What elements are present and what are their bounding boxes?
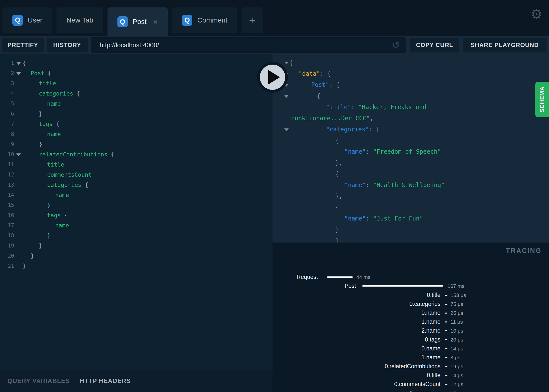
line-number: 18 [0, 231, 14, 241]
tracing-row-time: 167 ms [447, 282, 465, 290]
fold-arrow-icon[interactable] [16, 153, 21, 156]
query-code: title [23, 161, 64, 168]
response-code: { [335, 171, 339, 177]
response-code: ] [335, 237, 339, 243]
line-number: 10 [0, 149, 14, 160]
fold-arrow-icon[interactable] [284, 128, 289, 131]
tab-post[interactable]: Q Post × [108, 7, 168, 36]
schema-side-tab[interactable]: SCHEMA [535, 82, 549, 117]
response-line: "name": "Health & Wellbeing" [273, 180, 549, 191]
response-line: ] [273, 235, 549, 243]
query-code: categories { [23, 90, 80, 97]
token: , [370, 115, 373, 122]
copy-curl-button[interactable]: COPY CURL [410, 38, 459, 52]
fold-arrow-icon[interactable] [284, 62, 289, 64]
tracing-row: 0.name14 μs [273, 345, 549, 352]
tracing-row: Request44 ms [273, 273, 549, 281]
query-line: 3title [0, 78, 273, 89]
response-code: { [317, 93, 320, 99]
tab-query-variables[interactable]: QUERY VARIABLES [7, 377, 70, 385]
token: : [ [369, 126, 380, 133]
token: { [289, 59, 293, 66]
query-code: tags { [23, 212, 68, 219]
tracing-dash-icon [445, 304, 447, 305]
fold-arrow-icon[interactable] [284, 95, 289, 98]
tab-comment[interactable]: Q Comment [172, 7, 237, 33]
tab-http-headers[interactable]: HTTP HEADERS [80, 377, 131, 385]
token: { [108, 151, 114, 158]
token: { [61, 212, 68, 219]
fold-arrow-icon[interactable] [16, 72, 21, 75]
tracing-title: TRACING [506, 247, 542, 255]
tracing-row-label: 0.tags [425, 336, 440, 343]
tracing-row-label: 2.name [421, 327, 440, 334]
token: { [335, 204, 339, 211]
tracing-row-time: 14 μs [450, 372, 463, 379]
token: name [47, 131, 61, 137]
line-number: 8 [0, 129, 14, 139]
tracing-row-label: 0.relatedContributions [385, 363, 440, 370]
tracing-row: 0.title14 μs [273, 371, 549, 379]
token: tags [39, 121, 53, 127]
prettify-button[interactable]: PRETTIFY [2, 38, 44, 52]
endpoint-url-value: http://localhost:4000/ [100, 41, 159, 49]
query-code: name [23, 192, 69, 198]
tracing-row-label: 1.name [421, 318, 440, 325]
share-playground-button[interactable]: SHARE PLAYGROUND [463, 38, 547, 52]
query-code: } [23, 141, 42, 147]
query-line: 17name [0, 220, 273, 231]
response-line: { [273, 57, 549, 68]
token: { [73, 90, 80, 97]
tab-label: Comment [197, 16, 227, 24]
line-number: 19 [0, 241, 14, 251]
response-line: { [273, 91, 549, 102]
history-button[interactable]: HISTORY [47, 38, 88, 52]
toolbar: PRETTIFY HISTORY http://localhost:4000/ … [0, 36, 549, 54]
tracing-dash-icon [445, 313, 447, 314]
query-code: tags { [23, 121, 59, 127]
token: } [39, 243, 42, 249]
endpoint-url-input[interactable]: http://localhost:4000/ ↺ [91, 37, 406, 53]
play-icon [268, 70, 280, 84]
line-number: 3 [0, 78, 14, 89]
token: relatedContributions [39, 151, 108, 158]
graphql-playground-window: Q User New Tab Q Post × Q Comment + ⚙ PR… [0, 0, 549, 392]
add-tab-button[interactable]: + [242, 7, 263, 33]
token: } [31, 253, 34, 259]
query-line: 4categories { [0, 89, 273, 99]
token: { [23, 60, 26, 66]
token: categories [47, 182, 81, 188]
token: { [53, 121, 59, 127]
token: "name" [344, 182, 366, 189]
query-code: } [23, 263, 26, 269]
tracing-row-time: 14 μs [450, 345, 463, 352]
query-code: } [23, 111, 42, 117]
line-number: 6 [0, 109, 14, 119]
token: name [47, 100, 61, 107]
fold-arrow-icon[interactable] [16, 62, 21, 65]
token: "Health & Wellbeing" [373, 182, 445, 189]
token: "Just For Fun" [373, 215, 423, 222]
close-icon[interactable]: × [153, 18, 158, 26]
schema-tab-label: SCHEMA [539, 86, 546, 113]
token: { [335, 171, 339, 177]
token: Funktionäre...Der CCC" [291, 115, 370, 122]
tab-user[interactable]: Q User [2, 7, 52, 33]
execute-query-button[interactable] [257, 62, 288, 93]
tracing-row: 0.commentsCount12 μs [273, 380, 549, 388]
response-code: Funktionäre...Der CCC", [291, 115, 373, 122]
tracing-dash-icon [445, 339, 447, 340]
query-line: 10relatedContributions { [0, 149, 273, 160]
tracing-row-label: 0.categories [410, 300, 440, 308]
tab-new-tab[interactable]: New Tab [56, 7, 103, 33]
query-code: } [23, 202, 51, 208]
response-viewer-pane: {"data": {"Post": [{"title": "Hacker, Fr… [273, 54, 549, 243]
response-code: { [335, 204, 339, 211]
query-line: 13categories { [0, 180, 273, 190]
reload-schema-icon[interactable]: ↺ [392, 40, 400, 50]
query-editor-pane[interactable]: 1{2Post {3title4categories {5name6}7tags… [0, 54, 273, 370]
settings-gear-icon[interactable]: ⚙ [531, 6, 543, 22]
token: } [39, 111, 42, 117]
line-number: 1 [0, 58, 14, 68]
query-line: 16tags { [0, 210, 273, 220]
